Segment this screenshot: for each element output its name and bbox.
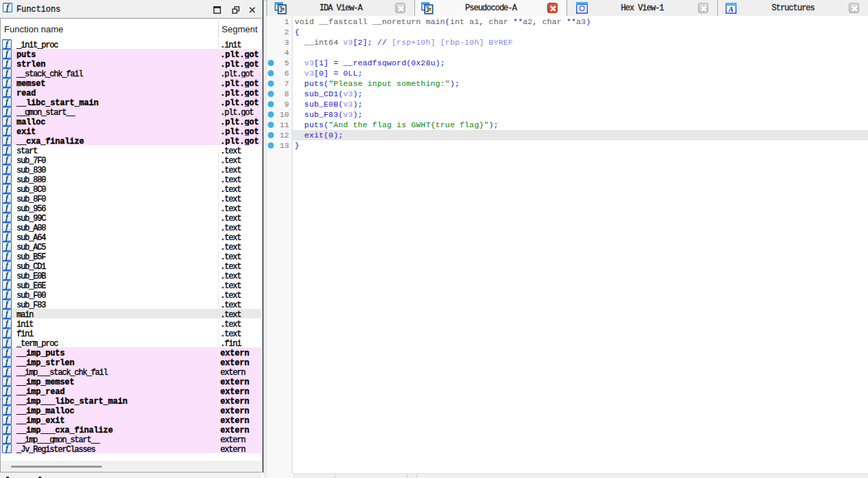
svg-text:A: A	[728, 5, 733, 13]
